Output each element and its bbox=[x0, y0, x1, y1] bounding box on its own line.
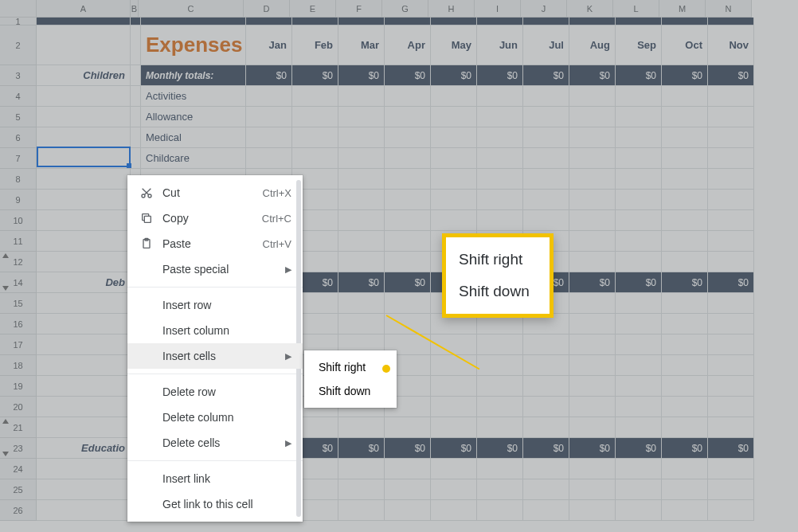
expand-down-icon[interactable] bbox=[2, 286, 9, 291]
cell[interactable] bbox=[131, 25, 141, 65]
cell[interactable] bbox=[338, 210, 385, 231]
column-header-I[interactable]: I bbox=[475, 0, 521, 18]
cell[interactable] bbox=[616, 479, 662, 500]
month-header[interactable]: Feb bbox=[292, 25, 338, 65]
cell[interactable] bbox=[708, 293, 754, 314]
row-header-19[interactable]: 19 bbox=[0, 376, 37, 397]
row-header-6[interactable]: 6 bbox=[0, 127, 37, 148]
cell[interactable] bbox=[37, 293, 131, 314]
cell[interactable] bbox=[616, 355, 662, 376]
month-header[interactable]: Mar bbox=[338, 25, 385, 65]
monthly-total-value[interactable]: $0 bbox=[338, 65, 385, 86]
cell[interactable] bbox=[477, 148, 523, 169]
cell[interactable] bbox=[616, 210, 662, 231]
cell[interactable] bbox=[523, 169, 569, 190]
cell[interactable] bbox=[246, 86, 292, 107]
cell[interactable] bbox=[338, 252, 385, 272]
cell[interactable] bbox=[616, 293, 662, 314]
cell[interactable] bbox=[569, 397, 616, 417]
menu-copy[interactable]: Copy Ctrl+C bbox=[127, 205, 303, 231]
cell[interactable] bbox=[385, 86, 431, 107]
cell[interactable] bbox=[131, 65, 141, 86]
cell[interactable] bbox=[431, 397, 477, 417]
cell[interactable] bbox=[708, 86, 754, 107]
cell[interactable] bbox=[338, 86, 385, 107]
cell[interactable] bbox=[37, 500, 131, 521]
month-header[interactable]: Oct bbox=[662, 25, 708, 65]
cell[interactable] bbox=[246, 107, 292, 127]
column-header-E[interactable]: E bbox=[290, 0, 336, 18]
cell[interactable] bbox=[385, 479, 431, 500]
cell[interactable] bbox=[131, 18, 141, 25]
cell[interactable] bbox=[662, 127, 708, 148]
month-header[interactable]: Sep bbox=[616, 25, 662, 65]
cell[interactable] bbox=[523, 334, 569, 355]
cell[interactable] bbox=[616, 459, 662, 479]
expand-up-icon[interactable] bbox=[2, 253, 9, 258]
cell[interactable] bbox=[662, 231, 708, 252]
cell[interactable] bbox=[37, 190, 131, 210]
month-header[interactable]: Apr bbox=[385, 25, 431, 65]
cell[interactable] bbox=[616, 252, 662, 272]
cell[interactable] bbox=[477, 190, 523, 210]
cell[interactable] bbox=[477, 210, 523, 231]
cell[interactable] bbox=[37, 127, 131, 148]
cell[interactable] bbox=[616, 500, 662, 521]
cell[interactable] bbox=[37, 355, 131, 376]
cell[interactable] bbox=[431, 86, 477, 107]
cell[interactable] bbox=[431, 417, 477, 438]
cell[interactable] bbox=[616, 376, 662, 397]
monthly-total-value[interactable]: $0 bbox=[338, 272, 385, 293]
cell[interactable] bbox=[523, 397, 569, 417]
cell[interactable] bbox=[569, 231, 616, 252]
cell[interactable] bbox=[662, 107, 708, 127]
cell[interactable] bbox=[477, 479, 523, 500]
cell[interactable] bbox=[616, 334, 662, 355]
menu-get-link[interactable]: Get link to this cell bbox=[127, 491, 303, 517]
cell[interactable] bbox=[37, 210, 131, 231]
row-header-9[interactable]: 9 bbox=[0, 190, 37, 210]
cell[interactable] bbox=[131, 86, 141, 107]
cell[interactable] bbox=[477, 86, 523, 107]
row-header-21[interactable]: 21 bbox=[0, 417, 37, 438]
cell[interactable] bbox=[569, 314, 616, 334]
cell[interactable] bbox=[292, 107, 338, 127]
cell[interactable] bbox=[662, 252, 708, 272]
cell[interactable] bbox=[477, 500, 523, 521]
cell[interactable] bbox=[37, 18, 131, 25]
monthly-total-value[interactable]: $0 bbox=[662, 272, 708, 293]
row-header-14[interactable]: 14 bbox=[0, 272, 37, 293]
category-label[interactable]: Allowance bbox=[141, 107, 246, 127]
cell[interactable] bbox=[338, 148, 385, 169]
row-header-8[interactable]: 8 bbox=[0, 169, 37, 190]
cell[interactable] bbox=[385, 500, 431, 521]
cell[interactable] bbox=[708, 127, 754, 148]
cell[interactable] bbox=[37, 417, 131, 438]
cell[interactable] bbox=[477, 417, 523, 438]
cell[interactable] bbox=[338, 500, 385, 521]
cell[interactable] bbox=[662, 355, 708, 376]
cell[interactable] bbox=[708, 459, 754, 479]
monthly-total-value[interactable]: $0 bbox=[523, 438, 569, 459]
cell[interactable] bbox=[708, 417, 754, 438]
monthly-totals-label[interactable]: Monthly totals: bbox=[141, 65, 246, 86]
cell[interactable] bbox=[569, 169, 616, 190]
cell[interactable] bbox=[385, 417, 431, 438]
select-all-corner[interactable] bbox=[0, 0, 37, 18]
cell[interactable] bbox=[708, 334, 754, 355]
cell[interactable] bbox=[662, 459, 708, 479]
monthly-total-value[interactable]: $0 bbox=[616, 438, 662, 459]
row-header-12[interactable]: 12 bbox=[0, 252, 37, 272]
monthly-total-value[interactable]: $0 bbox=[477, 65, 523, 86]
column-header-G[interactable]: G bbox=[382, 0, 428, 18]
monthly-total-value[interactable]: $0 bbox=[569, 65, 616, 86]
row-header-10[interactable]: 10 bbox=[0, 210, 37, 231]
month-header[interactable]: Jul bbox=[523, 25, 569, 65]
cell[interactable] bbox=[292, 127, 338, 148]
cell[interactable] bbox=[662, 397, 708, 417]
cell[interactable] bbox=[338, 127, 385, 148]
menu-insert-column[interactable]: Insert column bbox=[127, 318, 303, 343]
cell[interactable] bbox=[662, 500, 708, 521]
monthly-total-value[interactable]: $0 bbox=[708, 272, 754, 293]
cell[interactable] bbox=[662, 190, 708, 210]
